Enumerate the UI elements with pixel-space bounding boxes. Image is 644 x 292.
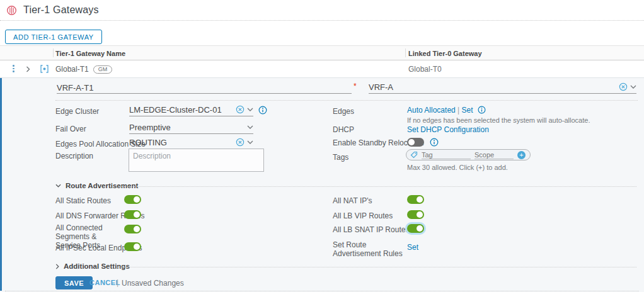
pool-allocation-select[interactable] (129, 136, 253, 149)
route-advertisement-title: Route Advertisement (66, 182, 138, 189)
all-static-routes-toggle[interactable] (124, 195, 141, 204)
save-button[interactable]: SAVE (55, 276, 93, 289)
linked-tier0-input[interactable] (369, 82, 616, 92)
edge-cluster-select[interactable] (129, 103, 253, 116)
column-divider (53, 48, 54, 57)
info-icon[interactable] (478, 106, 486, 114)
all-lb-vip-routes-label: All LB VIP Routes (333, 211, 393, 220)
additional-settings-title: Additional Settings (64, 262, 130, 270)
all-lb-vip-routes-toggle[interactable] (407, 210, 424, 219)
page-title: Tier-1 Gateways (23, 4, 99, 16)
row-expand-chevron-icon[interactable] (26, 66, 31, 72)
clear-selection-icon[interactable] (619, 82, 628, 91)
add-tier1-gateway-button[interactable]: ADD TIER-1 GATEWAY (5, 30, 102, 44)
set-route-advertisement-rules-label: Set Route Advertisement Rules (333, 240, 403, 258)
column-header-name: Tier-1 Gateway Name (55, 50, 125, 57)
link-separator: | (457, 106, 459, 115)
column-header-linked-t0: Linked Tier-0 Gateway (408, 50, 482, 57)
required-asterisk: * (354, 82, 357, 91)
row-linked-t0: Global-T0 (408, 65, 442, 74)
all-nat-ips-toggle[interactable] (407, 195, 424, 204)
gateway-name-text: Global-T1 (55, 65, 89, 74)
auto-allocated-link[interactable]: Auto Allocated (407, 106, 456, 115)
description-textarea[interactable] (129, 149, 264, 172)
scope-input[interactable] (474, 150, 514, 159)
clear-selection-icon[interactable] (236, 138, 244, 147)
row-gateway-name: Global-T1GM (55, 65, 112, 74)
add-tag-button[interactable]: + (517, 151, 526, 159)
additional-settings-header[interactable]: Additional Settings (55, 262, 130, 270)
divider (5, 291, 639, 291)
chevron-down-icon[interactable] (630, 85, 636, 89)
divider (55, 100, 638, 101)
fail-over-label: Fail Over (55, 125, 86, 133)
linked-tier0-select[interactable] (369, 81, 636, 94)
tags-label: Tags (333, 153, 348, 162)
cancel-button[interactable]: CANCEL (89, 279, 120, 286)
edges-links: Auto Allocated | Set (407, 106, 486, 115)
all-lb-snat-ip-routes-label: All LB SNAT IP Routes (333, 225, 409, 234)
footer-separator: | (117, 278, 118, 287)
chevron-down-icon (55, 184, 61, 188)
column-divider (405, 48, 406, 57)
all-ipsec-local-endpoints-toggle[interactable] (124, 242, 141, 251)
divider (117, 267, 636, 267)
clear-selection-icon[interactable] (236, 105, 244, 114)
edge-cluster-label: Edge Cluster (55, 107, 99, 116)
edges-set-link[interactable]: Set (462, 106, 473, 115)
edges-label: Edges (333, 107, 354, 116)
gateway-entity-icon (40, 64, 49, 74)
selected-row-indicator (0, 78, 2, 291)
edge-cluster-input[interactable] (129, 105, 233, 115)
all-static-routes-label: All Static Routes (55, 196, 111, 205)
set-dhcp-link[interactable]: Set DHCP Configuration (407, 125, 489, 134)
route-advertisement-rules-set-link[interactable]: Set (407, 243, 418, 252)
chevron-down-icon[interactable] (247, 108, 253, 111)
divider (120, 186, 636, 187)
chevron-right-icon (55, 264, 59, 269)
info-icon[interactable] (430, 138, 439, 147)
all-connected-segments-toggle[interactable] (124, 225, 141, 233)
edges-helper-text: If no edges has been selected the system… (407, 116, 590, 124)
edit-panel: * Edge Cluster (0, 77, 644, 292)
tier1-gateways-page: Tier-1 Gateways ADD TIER-1 GATEWAY Tier-… (0, 0, 644, 292)
unsaved-changes-status: Unsaved Changes (122, 279, 184, 288)
all-lb-snat-ip-routes-toggle[interactable] (407, 224, 424, 233)
row-menu-icon[interactable] (13, 65, 14, 72)
tag-icon (410, 151, 418, 159)
table-header: Tier-1 Gateway Name Linked Tier-0 Gatewa… (0, 45, 644, 60)
gm-badge: GM (93, 65, 113, 74)
page-header: Tier-1 Gateways (0, 0, 644, 21)
tag-input[interactable] (422, 150, 471, 159)
gateway-name-input[interactable] (57, 82, 352, 94)
tags-input-group: + (406, 149, 531, 160)
all-dns-forwarder-routes-toggle[interactable] (124, 210, 141, 219)
info-icon[interactable] (258, 106, 267, 115)
route-advertisement-header[interactable]: Route Advertisement (55, 182, 138, 189)
pool-allocation-input[interactable] (129, 138, 233, 147)
chevron-down-icon[interactable] (247, 125, 253, 129)
all-nat-ips-label: All NAT IP's (333, 196, 372, 205)
fail-over-select[interactable] (129, 121, 253, 134)
description-label: Description (55, 152, 93, 160)
chevron-down-icon[interactable] (247, 140, 253, 144)
tier1-gateway-icon (6, 5, 17, 16)
standby-relocation-toggle[interactable] (407, 138, 424, 147)
tags-helper-text: Max 30 allowed. Click (+) to add. (407, 164, 508, 171)
fail-over-input[interactable] (129, 123, 244, 132)
table-row[interactable]: Global-T1GM Global-T0 (0, 61, 644, 77)
dhcp-label: DHCP (333, 125, 354, 134)
